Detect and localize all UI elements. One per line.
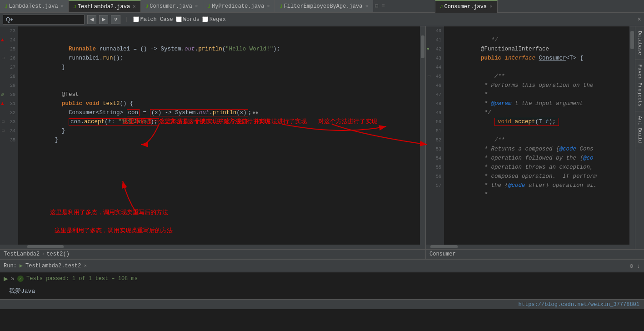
line-number: 28 <box>0 72 18 81</box>
code-line-44: /** <box>447 63 629 72</box>
annotation-3: 这里是利用了多态，调用实现类重写后的方法 <box>55 226 173 235</box>
close-run-tab-button[interactable]: × <box>84 263 87 269</box>
words-label[interactable]: Words <box>176 16 200 23</box>
java-icon: J <box>145 4 149 9</box>
next-result-button[interactable]: ▶ <box>99 15 108 24</box>
line-number: 46 <box>426 81 444 90</box>
line-number: 32 <box>0 108 18 117</box>
java-icon: J <box>208 4 211 9</box>
line-number: 55 <box>426 163 444 172</box>
tab-mypredicate[interactable]: J MyPredicate.java × <box>203 0 275 12</box>
vertical-scrollbar-right[interactable] <box>629 26 635 245</box>
breadcrumb-sidebar-spacer <box>635 250 644 259</box>
sidebar-tab-maven[interactable]: Maven Projects <box>635 60 644 111</box>
horizontal-scrollbar-right[interactable] <box>426 245 635 249</box>
search-close-button[interactable]: × <box>638 16 641 23</box>
code-line-24: Runnable runnable1 = () -> System.out.pr… <box>21 35 420 45</box>
prev-result-button[interactable]: ◀ <box>87 15 96 24</box>
tab-lambdatest[interactable]: J LambdaTest.java × <box>0 0 69 12</box>
url-bar: https://blog.csdn.net/weixin_37778801 <box>0 299 644 309</box>
regex-checkbox[interactable] <box>202 16 208 22</box>
code-container-right: 40 41 ● 42 43 44 ◻ 45 46 47 48 49 50 51 … <box>426 26 635 245</box>
line-number: ◻ 45 <box>426 72 444 81</box>
code-line-27 <box>21 63 420 72</box>
code-line-35 <box>21 135 420 145</box>
code-content-right[interactable]: */ @FunctionalInterface public interface… <box>444 26 629 245</box>
run-label: Run: <box>4 263 17 269</box>
code-content-left[interactable]: Runnable runnable1 = () -> System.out.pr… <box>18 26 420 245</box>
line-number: ◻ 33 <box>0 117 18 126</box>
line-number: 29 <box>0 81 18 90</box>
tab-testlambda2[interactable]: J TestLambda2.java × <box>69 0 140 12</box>
left-editor-pane: 23 ▲ 24 25 ◻ 26 27 28 29 ↺ 30 ▲ <box>0 26 426 249</box>
tab-label: FilterEmployeeByAge.java <box>284 3 363 10</box>
breadcrumb-method: test2() <box>46 251 69 257</box>
close-icon[interactable]: × <box>195 4 198 9</box>
tab-filteremployee[interactable]: J FilterEmployeeByAge.java × <box>275 0 373 12</box>
code-container-left: 23 ▲ 24 25 ◻ 26 27 28 29 ↺ 30 ▲ <box>0 26 425 245</box>
java-icon: J <box>280 4 283 9</box>
code-line-29: @Test <box>21 81 420 90</box>
line-number: ◻ 26 <box>0 54 18 63</box>
line-number: 43 <box>426 54 444 63</box>
breadcrumb-left: TestLambda2 › test2() <box>0 250 426 259</box>
run-tab-bar: Run: ▶ TestLambda2.test2 × ⚙ ↓ <box>0 260 644 272</box>
forward-button[interactable]: » <box>11 275 15 282</box>
sidebar-tab-database[interactable]: Database <box>635 26 644 60</box>
java-icon: J <box>73 4 76 10</box>
horizontal-scrollbar-left[interactable] <box>0 245 425 249</box>
right-sidebar: Database Maven Projects Ant Build <box>635 26 644 249</box>
split-editor-button[interactable]: ⊟ ≡ <box>375 3 385 10</box>
play-button[interactable]: ▶ <box>4 274 8 283</box>
test-status: Tests passed: 1 of 1 test – 108 ms <box>26 276 138 282</box>
tab-label: TestLambda2.java <box>78 4 130 10</box>
tab-label: LambdaTest.java <box>9 3 58 10</box>
words-checkbox[interactable] <box>176 16 182 22</box>
code-line-40: */ <box>447 26 629 35</box>
test-pass-icon: ✓ <box>17 276 24 282</box>
code-line-51: /** <box>447 126 629 135</box>
line-number: 56 <box>426 172 444 181</box>
line-number: 57 <box>426 181 444 190</box>
close-icon[interactable]: × <box>365 4 368 9</box>
horizontal-thumb-right <box>430 245 458 248</box>
line-number: 54 <box>426 154 444 163</box>
close-icon[interactable]: × <box>61 4 64 9</box>
line-number: 52 <box>426 135 444 145</box>
run-panel: Run: ▶ TestLambda2.test2 × ⚙ ↓ ▶ » ✓ Tes… <box>0 259 644 299</box>
code-line-23 <box>21 26 420 35</box>
run-settings-button[interactable]: ⚙ ↓ <box>630 262 640 270</box>
url-text: https://blog.csdn.net/weixin_37778801 <box>519 301 639 308</box>
scrollbar-thumb-right <box>630 31 634 49</box>
code-line-30: public void test2() { <box>21 90 420 99</box>
line-number: ▲ 24 <box>0 35 18 45</box>
run-tab[interactable]: ▶ TestLambda2.test2 × <box>20 262 87 269</box>
line-number: 25 <box>0 45 18 54</box>
regex-label[interactable]: Regex <box>202 16 226 23</box>
horizontal-thumb <box>27 245 64 248</box>
line-number: 49 <box>426 108 444 117</box>
close-icon[interactable]: × <box>267 4 270 9</box>
line-number: 23 <box>0 26 18 35</box>
tab-label: Consumer.java <box>150 3 192 10</box>
tab-consumer-left[interactable]: J Consumer.java × <box>141 0 203 12</box>
vertical-scrollbar-left[interactable] <box>420 26 425 245</box>
breadcrumb-right: Consumer <box>426 250 635 259</box>
line-number: ↺ 30 <box>0 90 18 99</box>
line-number: 50 <box>426 117 444 126</box>
filter-button[interactable]: ⧩ <box>111 15 120 24</box>
run-output-text: 我爱Java <box>9 287 35 295</box>
match-case-label[interactable]: Match Case <box>133 16 173 23</box>
close-icon[interactable]: × <box>133 4 136 10</box>
line-numbers-left: 23 ▲ 24 25 ◻ 26 27 28 29 ↺ 30 ▲ <box>0 26 18 245</box>
run-controls: ▶ » ✓ Tests passed: 1 of 1 test – 108 ms <box>0 272 644 285</box>
line-number: 44 <box>426 63 444 72</box>
search-input[interactable] <box>3 15 85 25</box>
match-case-checkbox[interactable] <box>133 16 139 22</box>
tab-consumer-right[interactable]: J Consumer.java × <box>435 0 498 13</box>
sidebar-tab-ant[interactable]: Ant Build <box>635 111 644 148</box>
close-icon[interactable]: × <box>489 4 493 10</box>
line-number: 41 <box>426 35 444 45</box>
run-tab-icon: ▶ <box>20 262 23 269</box>
right-editor-pane: 40 41 ● 42 43 44 ◻ 45 46 47 48 49 50 51 … <box>426 26 635 249</box>
